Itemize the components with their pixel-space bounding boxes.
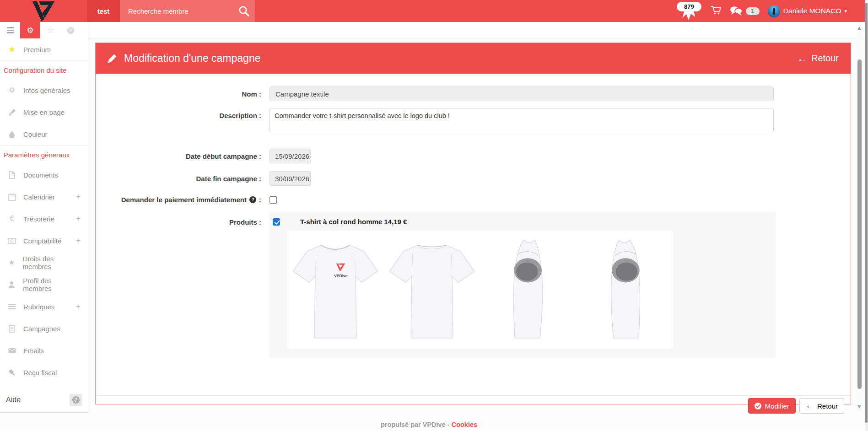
tshirt-back-image — [383, 231, 480, 349]
powered-by-text: propulsé par VPDive — [381, 421, 446, 428]
tab-menu[interactable] — [0, 22, 20, 38]
help-label: Aide — [6, 396, 21, 404]
plus-icon[interactable]: + — [76, 192, 81, 201]
user-icon — [6, 281, 17, 288]
site-tab[interactable]: test — [87, 0, 120, 22]
sidebar-item-calendrier[interactable]: Calendrier + — [0, 186, 88, 208]
star-icon: ★ — [6, 45, 17, 54]
sidebar-item-tresorerie[interactable]: € Trésorerie + — [0, 208, 88, 230]
content-scrollbar[interactable] — [857, 22, 863, 412]
retour-button[interactable]: ← Retour — [799, 398, 844, 414]
description-textarea[interactable]: Commander votre t-shirt personnalisé ave… — [270, 108, 774, 132]
vpdive-logo[interactable] — [27, 1, 59, 22]
question-icon: ? — [67, 27, 74, 34]
messages-count-badge: 1 — [746, 7, 760, 15]
messages-button[interactable]: 1 — [730, 6, 760, 16]
star-outline-icon: ☆ — [47, 26, 54, 34]
member-search — [120, 0, 255, 22]
search-icon[interactable] — [238, 5, 250, 19]
plus-icon[interactable]: + — [76, 236, 81, 245]
sidebar-item-recu-fiscal[interactable]: Reçu fiscal — [0, 361, 88, 383]
file-icon — [6, 171, 17, 179]
sidebar-item-infos-generales[interactable]: ⚙ Infos générales — [0, 79, 88, 101]
user-menu[interactable]: Daniele MONACO ▾ — [768, 5, 847, 17]
chevron-down-icon: ▾ — [844, 8, 847, 14]
modifier-button[interactable]: Modifier — [748, 398, 796, 414]
points-badge[interactable]: 879 — [676, 1, 702, 21]
nom-input[interactable] — [270, 86, 774, 101]
tshirt-front-image: VPDive — [287, 231, 383, 349]
brush-icon — [6, 108, 17, 116]
scroll-down-arrow[interactable] — [857, 405, 861, 409]
product-label: T-shirt à col rond homme 14,19 € — [300, 218, 407, 226]
date-fin-input[interactable] — [270, 171, 311, 186]
question-icon: ? — [72, 396, 80, 404]
euro-icon: € — [6, 215, 17, 222]
tshirt-side-left-image — [480, 231, 577, 349]
sidebar-item-profil-membres[interactable]: Profil des membres — [0, 274, 88, 296]
sidebar-section-parametres: Paramètres géneraux — [0, 145, 88, 164]
product-checkbox[interactable] — [273, 218, 280, 226]
help-tooltip-icon[interactable]: ? — [249, 196, 256, 203]
sidebar-item-droits-membres[interactable]: ★ Droits des membres — [0, 252, 88, 274]
star-icon: ★ — [6, 259, 17, 266]
chat-bubbles-icon — [730, 6, 743, 16]
sidebar-item-couleur[interactable]: Couleur — [0, 123, 88, 145]
sidebar-item-mise-en-page[interactable]: Mise en page — [0, 101, 88, 123]
topbar: test 879 — [0, 0, 868, 22]
scrollbar-thumb[interactable] — [857, 59, 862, 389]
tshirt-side-right-image — [577, 231, 673, 349]
plus-icon[interactable]: + — [76, 214, 81, 223]
scroll-up-arrow[interactable] — [857, 27, 861, 30]
sidebar-help-row: Aide ? — [0, 388, 88, 412]
envelope-icon — [6, 348, 17, 353]
check-circle-icon — [755, 403, 761, 409]
products-panel: T-shirt à col rond homme 14,19 € — [270, 212, 776, 358]
tshirt-brand-text: VPDive — [334, 274, 348, 278]
document-lines-icon — [6, 325, 17, 333]
window-scrollbar[interactable] — [865, 0, 868, 431]
hamburger-icon — [7, 27, 14, 33]
panel-header: Modification d'une campagne ← Retour — [96, 43, 851, 74]
help-button[interactable]: ? — [70, 394, 82, 406]
cookies-link[interactable]: Cookies — [452, 421, 477, 428]
cart-icon[interactable] — [711, 5, 722, 17]
list-icon — [6, 304, 17, 309]
produits-label: Produits : — [96, 212, 270, 226]
date-fin-label: Date fin campagne : — [96, 171, 270, 183]
app-screen: test 879 — [0, 0, 868, 431]
tab-help[interactable]: ? — [60, 22, 81, 38]
campaign-form: Nom : Description : Commander votre t-sh… — [96, 86, 851, 417]
sidebar-item-premium[interactable]: ★ Premium — [0, 38, 88, 60]
nom-label: Nom : — [96, 86, 270, 98]
description-label: Description : — [96, 108, 270, 119]
avatar — [768, 5, 780, 17]
gavel-icon — [6, 369, 17, 377]
sidebar-item-campagnes[interactable]: Campagnes — [0, 318, 88, 339]
scrollbar-thumb[interactable] — [865, 3, 868, 423]
sidebar-item-emails[interactable]: Emails — [0, 339, 88, 361]
date-debut-input[interactable] — [270, 149, 311, 163]
user-name: Daniele MONACO — [783, 7, 841, 15]
gear-icon: ⚙ — [6, 86, 17, 94]
divider — [96, 395, 851, 396]
gear-icon: ⚙ — [27, 27, 33, 34]
form-actions: Modifier ← Retour — [748, 398, 844, 414]
sidebar-item-comptabilite[interactable]: Comptabilité + — [0, 230, 88, 252]
back-arrow-icon: ← — [797, 53, 807, 65]
sidebar-section-configuration: Configuration du site — [0, 61, 88, 79]
panel-back-link[interactable]: ← Retour — [797, 53, 839, 65]
sidebar-item-documents[interactable]: Documents — [0, 164, 88, 186]
search-input[interactable] — [120, 7, 225, 15]
tab-settings[interactable]: ⚙ — [20, 22, 40, 38]
toolbar-row: ⚙ ☆ ? — [0, 22, 868, 38]
paiement-checkbox[interactable] — [270, 196, 277, 204]
pencil-icon — [108, 54, 117, 63]
campaign-edit-panel: Modification d'une campagne ← Retour Nom… — [95, 43, 851, 404]
droplet-icon — [6, 130, 17, 138]
vpdive-logo-icon — [31, 1, 56, 22]
sidebar: ★ Premium Configuration du site ⚙ Infos … — [0, 38, 88, 413]
tab-favorites[interactable]: ☆ — [40, 22, 60, 38]
plus-icon[interactable]: + — [76, 302, 81, 311]
sidebar-item-rubriques[interactable]: Rubriques + — [0, 296, 88, 318]
